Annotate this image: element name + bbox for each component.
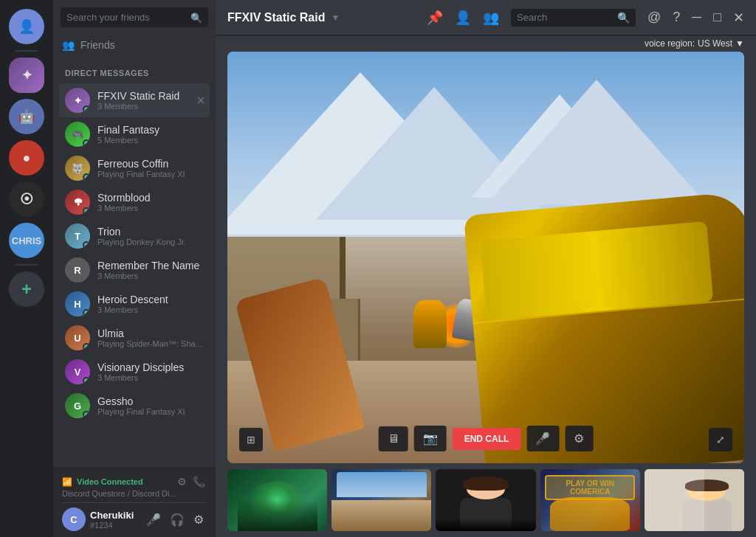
server-icon-red[interactable]: ● [9,140,44,176]
dm-name-remember: Remember The Name [97,260,204,271]
dm-search-area: 🔍 [53,0,216,33]
header-icons: 📌 👤 👥 🔍 @ ? ─ □ ✕ [427,9,744,27]
dm-item-visionary[interactable]: V Visionary Disciples 3 Members ✕ [59,355,210,389]
end-call-button[interactable]: END CALL [453,428,521,450]
dm-status-ff: 5 Members [97,136,204,145]
connection-phone-button[interactable]: 📞 [191,474,207,489]
online-indicator [83,105,90,113]
thumbnail-3[interactable] [436,469,535,531]
close-dm-ffxiv-raid[interactable]: ✕ [196,94,205,106]
server-divider-1 [15,50,38,52]
user-avatar-icon[interactable]: 👤 [9,9,44,44]
channel-name: FFXIV Static Raid ▼ [227,11,340,24]
dm-status-remember: 3 Members [97,271,204,280]
status-bar: 📶 Video Connected ⚙ 📞 Discord Questore /… [53,468,216,537]
dm-info-remember: Remember The Name 3 Members [97,260,204,280]
dm-status-heroic: 3 Members [97,305,204,314]
dm-info-ferreous: Ferreous Coffin Playing Final Fantasy XI [97,158,204,179]
add-friend-icon[interactable]: 👤 [455,10,471,26]
add-server-button[interactable]: + [9,271,44,307]
thumbnail-strip: PLAY OR WINCOMERICA [227,463,744,537]
server-icon-bot[interactable]: 🤖 [9,99,44,134]
signal-icon: 📶 [62,477,72,487]
channel-chevron-icon[interactable]: ▼ [331,13,340,23]
video-grid-button[interactable]: ⊞ [239,428,263,451]
members-icon[interactable]: 👥 [483,10,499,26]
status-icons: ⚙ 📞 [176,474,207,489]
friends-nav-item[interactable]: 👥 Friends [53,33,216,57]
dm-info-gessho: Gessho Playing Final Fantasy XI [97,395,204,416]
fullscreen-button[interactable]: ⤢ [709,428,732,451]
mute-button-video[interactable]: 🎤 [526,426,559,451]
dm-item-ffxiv-raid[interactable]: ✦ FFXIV Static Raid 3 Members ✕ [59,83,210,117]
connection-settings-button[interactable]: ⚙ [176,474,188,489]
dm-item-stormblood[interactable]: 🌩 Stormblood 3 Members ✕ [59,185,210,219]
headphone-button[interactable]: 🎧 [167,510,188,530]
video-connected-row: 📶 Video Connected ⚙ 📞 [62,474,207,489]
dm-info-trion: Trion Playing Donkey Kong Jr. [97,226,204,246]
online-indicator-ulmia [83,343,90,350]
search-icon: 🔍 [190,12,202,23]
dm-name-stormblood: Stormblood [97,192,204,204]
camera-button[interactable]: 📷 [414,426,447,451]
screen-share-button[interactable]: 🖥 [379,426,408,451]
online-indicator-ferreous [83,173,90,181]
voice-region-chevron[interactable]: ▼ [735,38,744,49]
user-info: Cherukiki #1234 [90,510,139,530]
server-icon-ffxiv[interactable]: ✦ [9,58,44,93]
dm-item-remember[interactable]: R Remember The Name 3 Members ✕ [59,253,210,287]
header-search: 🔍 [511,9,636,27]
dm-info-ulmia: Ulmia Playing Spider-Man™: Shattered Dim… [97,328,204,348]
dm-name-ffxiv-raid: FFXIV Static Raid [97,90,204,102]
thumbnail-1[interactable] [227,469,327,531]
dm-name-ferreous: Ferreous Coffin [97,158,204,170]
dm-name-gessho: Gessho [97,395,204,407]
dm-item-trion[interactable]: T Trion Playing Donkey Kong Jr. ✕ [59,219,210,253]
video-connected-label: Video Connected [77,477,143,486]
dm-info-ff: Final Fantasy 5 Members [97,124,204,145]
minimize-icon[interactable]: ─ [692,10,701,25]
video-settings-button[interactable]: ⚙ [565,426,593,451]
dm-item-gessho[interactable]: G Gessho Playing Final Fantasy XI ✕ [59,389,210,423]
channel-name-text: FFXIV Static Raid [227,11,325,24]
dm-status-trion: Playing Donkey Kong Jr. [97,238,204,246]
dm-item-final-fantasy[interactable]: 🎮 Final Fantasy 5 Members ✕ [59,117,210,151]
dm-section-label: DIRECT MESSAGES [53,57,216,80]
dm-info-heroic: Heroic Descent 3 Members [97,294,204,314]
thumbnail-2[interactable] [331,469,431,531]
server-icon-overwatch[interactable]: ⦿ [9,181,44,217]
dm-avatar-remember: R [65,257,90,283]
thumbnail-5[interactable] [645,469,744,531]
online-indicator-stormblood [83,207,90,215]
at-icon[interactable]: @ [647,10,661,25]
server-sidebar: 👤 ✦ 🤖 ● ⦿ CHRIS + [0,0,53,537]
maximize-icon[interactable]: □ [713,10,721,25]
pin-icon[interactable]: 📌 [427,10,443,26]
close-icon[interactable]: ✕ [733,10,744,26]
search-input[interactable] [61,7,208,27]
server-icon-chris[interactable]: CHRIS [9,223,44,258]
header-search-input[interactable] [517,12,613,23]
server-divider-2 [15,264,38,266]
thumbnail-4[interactable]: PLAY OR WINCOMERICA [540,469,640,531]
character-1 [413,300,447,348]
video-area: 🙂 ⊞ [216,52,756,537]
friends-icon: 👥 [62,39,75,51]
help-icon[interactable]: ? [673,10,680,25]
user-settings-button[interactable]: ⚙ [190,510,207,530]
dm-sidebar: 🔍 👥 Friends DIRECT MESSAGES ✦ FFXIV Stat… [53,0,216,537]
dm-avatar-stormblood: 🌩 [65,190,90,215]
online-indicator-trion [83,241,90,249]
dm-name-trion: Trion [97,226,204,238]
dm-avatar-ff: 🎮 [65,122,90,147]
dm-status-ulmia: Playing Spider-Man™: Shattered Dimen... [97,339,204,348]
dm-item-heroic[interactable]: H Heroic Descent 3 Members ✕ [59,287,210,321]
user-avatar: C [62,507,86,531]
dm-avatar-ffxiv-raid: ✦ [65,88,90,113]
mute-button[interactable]: 🎤 [143,510,164,530]
dm-item-ulmia[interactable]: U Ulmia Playing Spider-Man™: Shattered D… [59,321,210,355]
dm-item-ferreous[interactable]: 🐺 Ferreous Coffin Playing Final Fantasy … [59,151,210,185]
online-indicator-gessho [83,411,90,418]
voice-region-value[interactable]: US West [698,38,732,49]
dm-name-visionary: Visionary Disciples [97,361,204,373]
